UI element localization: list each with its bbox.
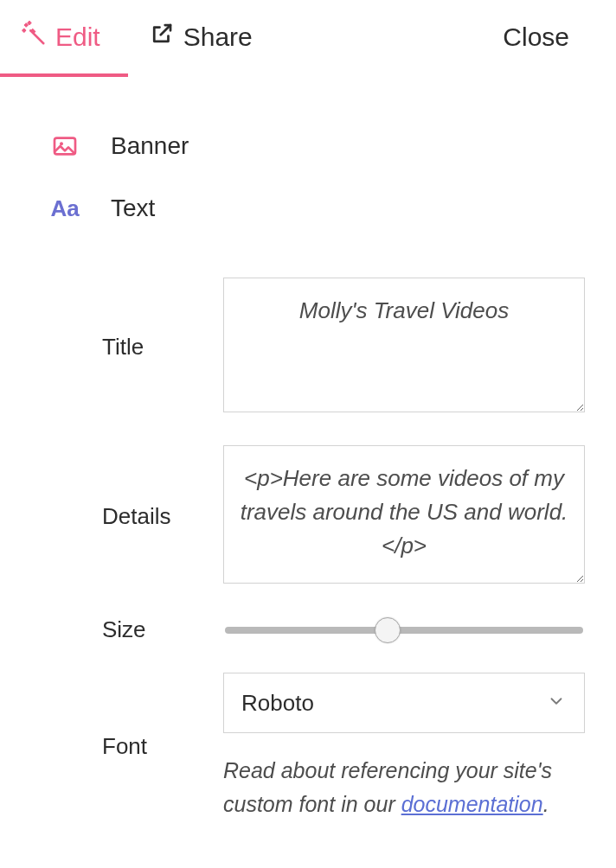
font-select[interactable]: Roboto [223,673,585,733]
text-aa-icon: Aa [50,195,80,222]
tab-share[interactable]: Share [149,21,253,77]
section-text-label: Text [111,195,155,222]
tab-edit-label: Edit [55,22,100,52]
documentation-link[interactable]: documentation [401,792,543,816]
font-label: Font [102,733,223,760]
image-icon [50,132,80,160]
size-label: Size [102,616,223,643]
chevron-down-icon [547,692,566,714]
section-banner-label: Banner [111,132,189,160]
active-tab-underline [0,73,128,77]
close-label: Close [503,22,569,52]
font-select-value: Roboto [241,690,314,717]
font-helper-text: Read about referencing your site's custo… [223,754,585,821]
text-settings-form: Title Details Size Font Roboto [0,239,616,821]
tab-bar: Edit Share Close [0,0,616,77]
share-icon [149,21,175,53]
magic-wand-icon [21,21,47,53]
size-row: Size [102,616,585,643]
section-banner[interactable]: Banner [50,115,578,177]
size-slider[interactable] [225,627,583,634]
title-input[interactable] [223,278,585,412]
helper-suffix: . [543,792,549,816]
details-input[interactable] [223,445,585,584]
title-label: Title [102,334,223,361]
close-button[interactable]: Close [503,22,569,76]
sections-list: Banner Aa Text [0,77,616,239]
title-row: Title [102,278,585,416]
tab-edit[interactable]: Edit [21,21,100,77]
details-label: Details [102,503,223,530]
font-row: Font Roboto Read about referencing your … [102,673,585,821]
section-text[interactable]: Aa Text [50,177,578,239]
details-row: Details [102,445,585,587]
tab-share-label: Share [183,22,253,52]
